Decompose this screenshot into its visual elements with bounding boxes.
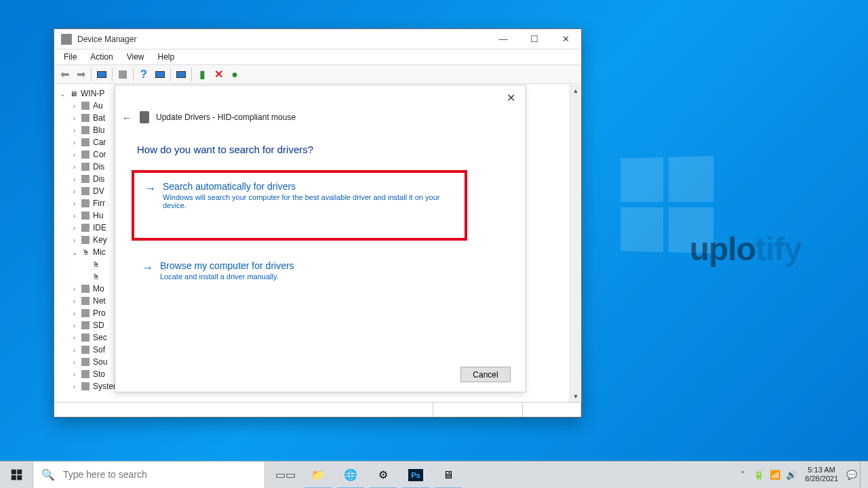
expand-icon[interactable]: › [71, 237, 78, 244]
expand-icon[interactable]: › [71, 371, 78, 378]
tree-item[interactable]: Sof [93, 345, 105, 354]
device-icon [140, 111, 149, 123]
settings-button[interactable]: ⚙ [367, 462, 399, 489]
option-search-auto[interactable]: → Search automatically for drivers Windo… [132, 170, 467, 241]
forward-button[interactable]: ➡ [73, 67, 88, 82]
collapse-icon[interactable]: ⌄ [58, 90, 66, 98]
titlebar[interactable]: Device Manager — ☐ ✕ [54, 29, 581, 49]
tree-item-mice[interactable]: Mic [93, 247, 106, 257]
expand-icon[interactable]: › [71, 310, 78, 317]
expand-icon[interactable]: › [71, 127, 78, 134]
option-title: Browse my computer for drivers [160, 260, 294, 271]
tree-item[interactable]: Cor [93, 150, 106, 159]
battery-button[interactable]: 🔋 [751, 461, 767, 488]
expand-icon[interactable]: › [71, 115, 78, 122]
tree-item[interactable]: Firr [93, 199, 105, 208]
device-icon [80, 320, 91, 331]
tray-overflow-button[interactable]: ˄ [734, 461, 751, 488]
menu-view[interactable]: View [120, 50, 151, 64]
expand-icon[interactable]: › [71, 188, 78, 195]
gear-icon: ⚙ [378, 468, 388, 481]
show-desktop-button[interactable] [860, 461, 864, 488]
task-view-button[interactable]: ▭▭ [269, 462, 302, 489]
scrollbar[interactable]: ▲ ▼ [570, 85, 581, 402]
chrome-button[interactable]: 🌐 [334, 462, 367, 489]
tree-item[interactable]: SD [93, 321, 104, 330]
volume-button[interactable]: 🔊 [783, 461, 800, 488]
search-box[interactable]: 🔍 [33, 462, 265, 489]
cancel-button[interactable]: Cancel [460, 367, 511, 382]
expand-icon[interactable]: › [71, 298, 78, 305]
option-browse-computer[interactable]: → Browse my computer for drivers Locate … [132, 252, 467, 290]
minimize-button[interactable]: — [488, 29, 519, 49]
tree-item[interactable]: IDE [93, 223, 106, 232]
tree-item[interactable]: Dis [93, 174, 104, 184]
tree-item[interactable]: Car [93, 138, 106, 147]
scan-button[interactable] [153, 67, 167, 82]
expand-icon[interactable]: › [71, 224, 78, 232]
properties-button[interactable] [115, 67, 130, 82]
tree-item[interactable]: Blu [93, 125, 104, 135]
menu-help[interactable]: Help [151, 50, 182, 64]
expand-icon[interactable]: › [71, 163, 78, 171]
date-label: 8/28/2021 [805, 474, 838, 483]
menu-file[interactable]: File [57, 50, 83, 64]
expand-icon[interactable]: › [71, 102, 78, 110]
explorer-button[interactable]: 📁 [302, 462, 334, 489]
tree-root[interactable]: WIN-P [81, 89, 104, 98]
back-button[interactable]: ⬅ [57, 67, 72, 82]
wifi-button[interactable]: 📶 [767, 461, 783, 488]
expand-icon[interactable]: › [71, 346, 78, 354]
tree-item[interactable]: Sec [93, 333, 107, 342]
device-icon [80, 125, 91, 136]
tree-item[interactable]: Sto [93, 369, 105, 379]
tree-item[interactable]: DV [93, 186, 104, 196]
device-tree[interactable]: ⌄ 🖥 WIN-P ›Au›Bat›Blu›Car›Cor›Dis›Dis›DV… [54, 85, 581, 402]
help-button[interactable]: ? [136, 67, 151, 82]
expand-icon[interactable]: › [71, 212, 78, 220]
expand-icon[interactable]: › [71, 383, 78, 390]
close-button[interactable]: ✕ [550, 29, 581, 49]
dialog-close-button[interactable]: ✕ [500, 89, 521, 106]
menu-action[interactable]: Action [83, 50, 119, 64]
collapse-icon[interactable]: ⌄ [71, 249, 78, 256]
taskview-icon: ▭▭ [275, 468, 296, 481]
photoshop-button[interactable]: Ps [399, 462, 432, 489]
disable-button[interactable]: ✕ [211, 67, 226, 82]
update-driver-button[interactable] [174, 67, 189, 82]
expand-icon[interactable]: › [71, 359, 78, 366]
sheet-icon [119, 70, 127, 79]
tree-item[interactable]: Key [93, 235, 107, 245]
tree-item[interactable]: Net [93, 296, 106, 306]
maximize-button[interactable]: ☐ [519, 29, 550, 49]
scroll-down-icon[interactable]: ▼ [570, 390, 581, 402]
expand-icon[interactable]: › [71, 322, 78, 329]
tree-item[interactable]: Au [93, 101, 103, 110]
tree-item[interactable]: Hu [93, 211, 103, 220]
enable-button[interactable]: ● [227, 67, 242, 82]
scroll-up-icon[interactable]: ▲ [570, 85, 581, 96]
expand-icon[interactable]: › [71, 139, 78, 146]
expand-icon[interactable]: › [71, 200, 78, 207]
show-hidden-button[interactable] [94, 67, 109, 82]
expand-icon[interactable]: › [71, 176, 78, 183]
expand-icon[interactable]: › [71, 285, 78, 293]
tree-item[interactable]: Dis [93, 162, 104, 171]
mouse-icon: 🖱 [90, 259, 101, 270]
option-description: Windows will search your computer for th… [163, 193, 448, 209]
start-button[interactable] [0, 462, 33, 489]
tree-item[interactable]: Sou [93, 357, 107, 367]
device-manager-task-button[interactable]: 🖥 [432, 462, 465, 489]
dialog-back-button[interactable]: ← [121, 111, 133, 123]
clock[interactable]: 5:13 AM 8/28/2021 [800, 466, 844, 483]
tree-item[interactable]: Pro [93, 308, 106, 318]
action-center-button[interactable]: 💬 [844, 461, 860, 488]
option-title: Search automatically for drivers [163, 181, 448, 192]
expand-icon[interactable]: › [71, 151, 78, 159]
tree-item[interactable]: Bat [93, 113, 105, 123]
window-title: Device Manager [77, 35, 488, 44]
tree-item[interactable]: Mo [93, 284, 104, 293]
uninstall-button[interactable]: ▮ [195, 67, 210, 82]
search-input[interactable] [63, 469, 256, 480]
expand-icon[interactable]: › [71, 334, 78, 342]
